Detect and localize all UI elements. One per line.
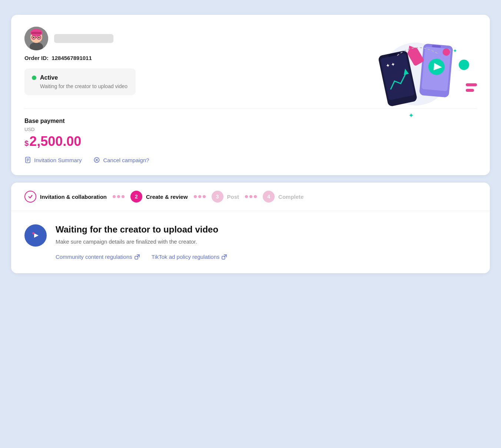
svg-point-25 [459,60,469,70]
document-icon [24,157,31,163]
community-regulations-link[interactable]: Community content regulations [56,254,140,260]
status-label: Active [40,74,58,81]
svg-text:✦: ✦ [453,48,457,54]
svg-rect-26 [466,83,477,86]
step-4-label: Complete [278,194,303,200]
links-row: Community content regulations TikTok ad … [56,254,477,260]
content-description: Make sure campaign details are finalized… [56,238,477,245]
order-id-value: 1284567891011 [52,55,92,61]
content-text: Waiting for the creator to upload video … [56,224,477,260]
steps-card: Invitation & collaboration 2 Create & re… [11,183,490,273]
checkmark-icon [28,194,33,199]
step-4-item: 4 Complete [263,191,303,203]
base-payment-label: Base payment [24,118,477,124]
amount-row: $ 2,500.00 [24,134,477,149]
content-icon [24,224,47,247]
step-1-item: Invitation & collaboration [24,191,107,203]
step-4-circle: 4 [263,191,275,203]
step-dots-1 [113,195,125,198]
tiktok-policy-link[interactable]: TikTok ad policy regulations [152,254,227,260]
step-3-label: Post [227,194,239,200]
step-dots-2 [194,195,206,198]
svg-line-43 [224,255,226,257]
dollar-sign: $ [24,139,29,148]
svg-point-39 [32,232,34,234]
cancel-campaign-link[interactable]: Cancel campaign? [93,157,149,163]
step-3-item: 3 Post [212,191,239,203]
order-id-label: Order ID: [24,55,49,61]
svg-rect-4 [31,32,42,34]
status-sublabel: Waiting for the creator to upload video [32,83,128,89]
external-link-icon-2 [222,254,227,260]
currency-label: USD [24,127,477,132]
step-dots-3 [245,195,257,198]
step-1-label: Invitation & collaboration [40,194,107,200]
step-3-circle: 3 [212,191,223,203]
invitation-summary-link[interactable]: Invitation Summary [24,157,82,163]
status-dot-icon [32,76,36,80]
amount-value: 2,500.00 [29,134,81,149]
status-row: Active [32,74,128,81]
top-card: Order ID: 1284567891011 Active Waiting f… [11,15,490,175]
illustration: ✦ ✦ [349,22,482,118]
cancel-icon [93,157,100,163]
step-2-item: 2 Create & review [130,191,188,203]
step-1-circle [24,191,36,203]
svg-point-8 [33,37,34,38]
step-2-label: Create & review [146,194,188,200]
name-placeholder [54,34,113,43]
svg-text:✦: ✦ [408,112,414,118]
action-row: Invitation Summary Cancel campaign? [24,157,477,163]
step-2-circle: 2 [130,191,142,203]
content-title: Waiting for the creator to upload video [56,224,477,235]
svg-point-9 [38,37,40,38]
video-icon [30,230,41,241]
content-area: Waiting for the creator to upload video … [11,211,490,273]
avatar [24,27,48,50]
steps-bar: Invitation & collaboration 2 Create & re… [11,183,490,211]
svg-line-41 [137,255,139,257]
svg-rect-27 [466,89,474,92]
status-box: Active Waiting for the creator to upload… [24,68,136,95]
external-link-icon-1 [135,254,140,260]
